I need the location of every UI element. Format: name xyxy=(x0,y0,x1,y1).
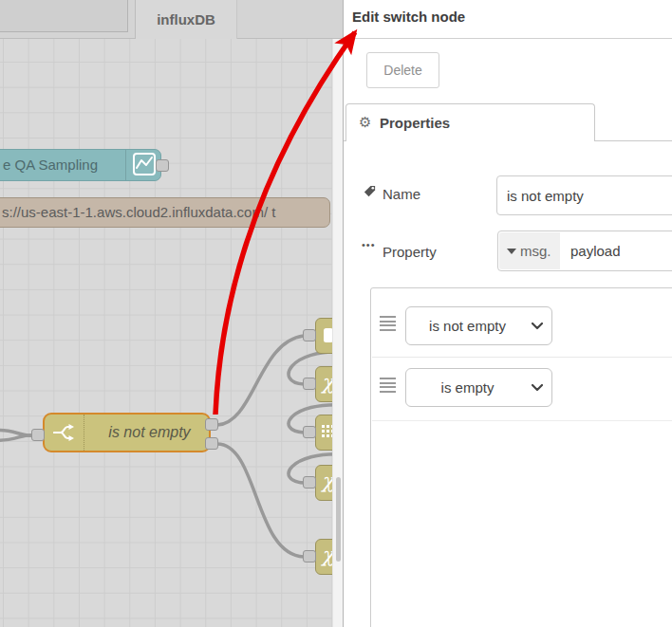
drag-handle-icon[interactable] xyxy=(380,378,396,393)
input-port[interactable] xyxy=(31,429,45,441)
line-chart-icon xyxy=(133,153,156,175)
node-qa-sampling[interactable]: e QA Sampling xyxy=(0,149,161,181)
rule-2-operator-select[interactable]: is empty xyxy=(405,368,552,407)
chevron-down-icon xyxy=(532,384,543,392)
typed-input-type-button[interactable]: msg. xyxy=(499,232,560,269)
rule-divider xyxy=(372,420,672,421)
input-port[interactable] xyxy=(303,426,316,438)
rule-divider xyxy=(372,357,672,358)
edit-tray-title: Edit switch node xyxy=(352,9,465,25)
edit-tray: Edit switch node Delete ⚙ Properties Nam… xyxy=(343,0,672,627)
wires xyxy=(0,0,343,627)
canvas-scrollbar-track xyxy=(332,39,343,627)
output-port-1[interactable] xyxy=(205,418,218,431)
delete-button[interactable]: Delete xyxy=(366,52,439,88)
switch-fork-icon xyxy=(45,415,84,451)
property-value: payload xyxy=(570,231,621,270)
input-port[interactable] xyxy=(303,550,316,562)
workspace-tabbar: influxDB xyxy=(0,0,343,39)
canvas-scrollbar-thumb[interactable] xyxy=(336,477,341,562)
node-influxdb-label: s://us-east-1-1.aws.cloud2.influxdata.co… xyxy=(2,198,275,226)
rule-2-operator: is empty xyxy=(441,379,495,396)
flow-canvas-region: e QA Sampling s://us-east-1-1.aws.cloud2… xyxy=(0,0,343,627)
drag-handle-icon[interactable] xyxy=(380,316,396,331)
workspace-tab-1[interactable] xyxy=(0,0,128,32)
output-port-2[interactable] xyxy=(205,437,218,450)
name-input[interactable] xyxy=(496,175,672,215)
tab-properties[interactable]: ⚙ Properties xyxy=(345,103,595,141)
node-qa-sampling-label: e QA Sampling xyxy=(3,150,98,179)
tab-properties-label: Properties xyxy=(380,104,450,141)
rule-1-operator-select[interactable]: is not empty xyxy=(405,306,552,345)
gear-icon: ⚙ xyxy=(359,104,371,140)
typed-input-prefix: msg. xyxy=(520,232,551,269)
output-port[interactable] xyxy=(156,159,169,172)
flow-canvas[interactable]: e QA Sampling s://us-east-1-1.aws.cloud2… xyxy=(0,39,343,627)
chevron-down-icon xyxy=(507,249,516,254)
ellipsis-icon: ••• xyxy=(362,239,376,250)
chevron-down-icon xyxy=(532,323,543,330)
workspace-tab-influxdb[interactable]: influxDB xyxy=(135,0,237,39)
rules-container: is not empty is empty xyxy=(370,287,672,627)
name-field-label: Name xyxy=(383,186,420,202)
tag-icon xyxy=(363,184,377,201)
rule-1-operator: is not empty xyxy=(429,318,506,334)
property-typed-input[interactable]: msg. payload xyxy=(497,231,672,271)
node-switch-selected[interactable]: is not empty xyxy=(43,413,211,452)
input-port[interactable] xyxy=(303,378,316,390)
node-switch-label: is not empty xyxy=(90,415,209,450)
header-divider xyxy=(344,38,672,39)
property-field-label: Property xyxy=(383,244,437,260)
node-influxdb-url[interactable]: s://us-east-1-1.aws.cloud2.influxdata.co… xyxy=(0,197,330,228)
input-port[interactable] xyxy=(303,476,316,489)
input-port[interactable] xyxy=(303,329,316,341)
